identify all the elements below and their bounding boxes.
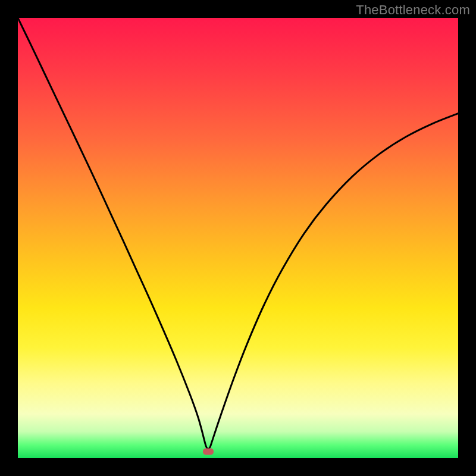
bottleneck-curve: [18, 18, 458, 449]
minimum-marker: [203, 448, 214, 455]
plot-area: [18, 18, 458, 458]
chart-frame: TheBottleneck.com: [0, 0, 476, 476]
watermark-text: TheBottleneck.com: [356, 2, 470, 18]
curve-svg: [18, 18, 458, 458]
